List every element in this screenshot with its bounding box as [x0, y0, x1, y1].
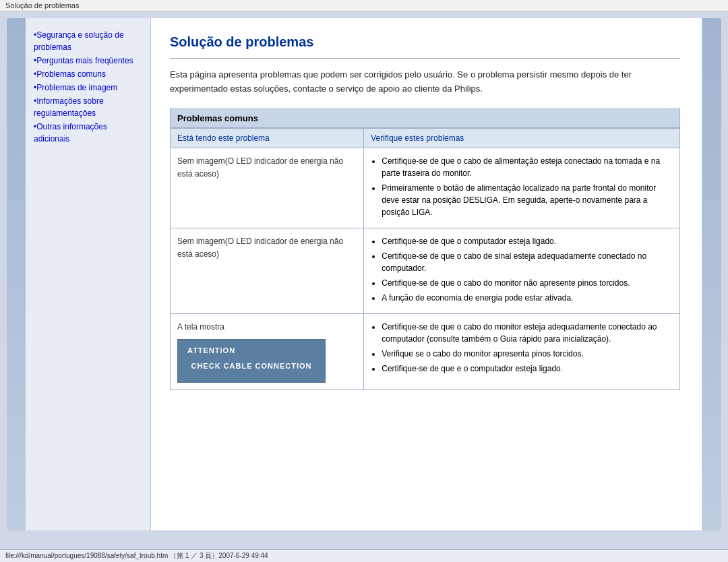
- link-seguranca[interactable]: •Segurança e solução de problemas: [34, 29, 142, 53]
- check-item: Certifique-se de que o cabo de sinal est…: [382, 250, 673, 274]
- problem-description: Sem imagem(O LED indicador de energia nã…: [177, 235, 357, 261]
- problem-cell: Sem imagem(O LED indicador de energia nã…: [171, 228, 364, 313]
- check-item: Certifique-se de que o cabo do monitor e…: [382, 321, 673, 345]
- table-row: Sem imagem(O LED indicador de energia nã…: [171, 228, 680, 313]
- page-title: Solução de problemas: [170, 34, 680, 50]
- checks-cell: Certifique-se de que o computador esteja…: [364, 228, 680, 313]
- checks-list: Certifique-se de que o cabo do monitor e…: [382, 321, 673, 375]
- link-problemas-imagem[interactable]: •Problemas de imagem: [34, 82, 142, 94]
- check-item: Certifique-se de que e o computador este…: [382, 363, 673, 375]
- problem-description: A tela mostra: [177, 321, 357, 334]
- checks-cell: Certifique-se de que o cabo de alimentaç…: [364, 148, 680, 228]
- link-info-reg[interactable]: •Informações sobre regulamentações: [34, 95, 142, 119]
- divider: [170, 58, 680, 59]
- title-text: Solução de problemas: [5, 1, 79, 9]
- check-item: Verifique se o cabo do monitor apresenta…: [382, 348, 673, 360]
- table-row: A tela mostraATTENTIONCHECK CABLE CONNEC…: [171, 313, 680, 390]
- problem-description: Sem imagem(O LED indicador de energia nã…: [177, 155, 357, 181]
- link-outras[interactable]: •Outras informações adicionais: [34, 121, 142, 145]
- problem-cell: Sem imagem(O LED indicador de energia nã…: [171, 148, 364, 228]
- col-header-problem: Está tendo este problema: [171, 128, 364, 148]
- intro-text: Esta página apresenta problemas que pode…: [170, 68, 680, 96]
- title-bar: Solução de problemas: [0, 0, 728, 11]
- check-item: Primeiramente o botão de alimentação loc…: [382, 182, 673, 218]
- check-item: Certifique-se de que o computador esteja…: [382, 235, 673, 247]
- check-item: A função de economia de energia pode est…: [382, 292, 673, 304]
- link-perguntas[interactable]: •Perguntas mais freqüentes: [34, 55, 142, 67]
- attention-title: ATTENTION: [187, 346, 315, 354]
- attention-box: ATTENTIONCHECK CABLE CONNECTION: [177, 339, 326, 383]
- outer-layout: •Segurança e solução de problemas•Pergun…: [0, 11, 728, 551]
- problem-cell: A tela mostraATTENTIONCHECK CABLE CONNEC…: [171, 313, 364, 390]
- table-row: Sem imagem(O LED indicador de energia nã…: [171, 148, 680, 228]
- check-item: Certifique-se de que o cabo do monitor n…: [382, 277, 673, 289]
- sidebar: •Segurança e solução de problemas•Pergun…: [26, 18, 150, 530]
- table-header-row: Está tendo este problema Verifique estes…: [171, 128, 680, 148]
- check-item: Certifique-se de que o cabo de alimentaç…: [382, 155, 673, 179]
- main-content: Solução de problemas Esta página apresen…: [150, 18, 702, 530]
- right-blue-bar: [702, 18, 721, 530]
- checks-list: Certifique-se de que o computador esteja…: [382, 235, 673, 304]
- status-bar: file:///kd/manual/portugues/19088/safety…: [0, 549, 728, 562]
- checks-cell: Certifique-se de que o cabo do monitor e…: [364, 313, 680, 390]
- section-header: Problemas comuns: [170, 108, 680, 128]
- col-header-checks: Verifique estes problemas: [364, 128, 680, 148]
- status-path: file:///kd/manual/portugues/19088/safety…: [5, 551, 268, 561]
- left-blue-bar: [7, 18, 26, 530]
- checks-list: Certifique-se de que o cabo de alimentaç…: [382, 155, 673, 218]
- link-problemas-comuns[interactable]: •Problemas comuns: [34, 68, 142, 80]
- problems-table: Está tendo este problema Verifique estes…: [170, 128, 680, 391]
- attention-body: CHECK CABLE CONNECTION: [187, 361, 315, 371]
- sidebar-group-main: •Segurança e solução de problemas•Pergun…: [34, 29, 142, 145]
